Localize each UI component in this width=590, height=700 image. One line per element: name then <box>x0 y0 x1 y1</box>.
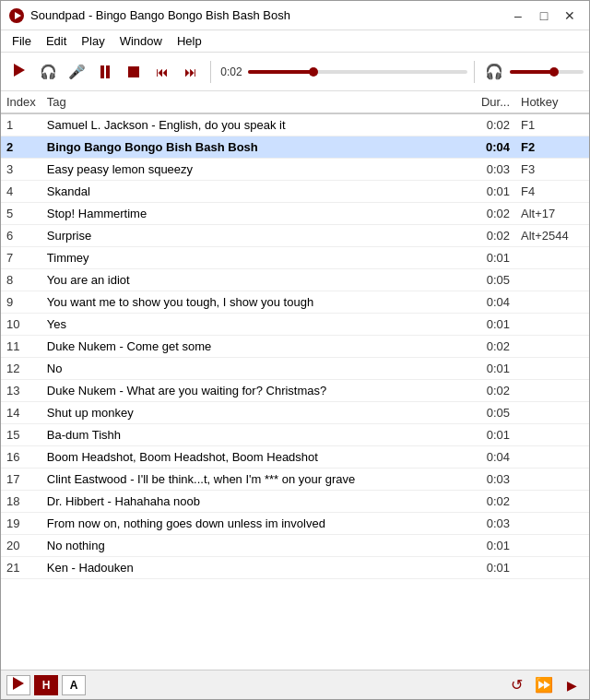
cell-tag: Timmey <box>41 247 460 269</box>
menu-window[interactable]: Window <box>112 32 170 50</box>
toolbar: 🎧 🎤 ⏮ ⏭ 0:02 <box>1 53 589 91</box>
maximize-button[interactable]: □ <box>532 6 556 26</box>
pause-icon <box>100 65 110 78</box>
table-row[interactable]: 10Yes0:01 <box>1 314 589 336</box>
cell-index: 16 <box>1 446 41 469</box>
prev-icon: ⏮ <box>156 65 169 79</box>
cell-hotkey <box>515 491 589 513</box>
prev-button[interactable]: ⏮ <box>149 59 175 85</box>
cell-hotkey: F3 <box>515 159 589 181</box>
playback-time: 0:02 <box>218 65 245 78</box>
table-row[interactable]: 15Ba-dum Tishh0:01 <box>1 424 589 446</box>
table-row[interactable]: 13Duke Nukem - What are you waiting for?… <box>1 380 589 402</box>
cell-index: 8 <box>1 269 41 291</box>
status-a-button[interactable]: A <box>62 675 86 695</box>
table-row[interactable]: 18Dr. Hibbert - Hahahaha noob0:02 <box>1 491 589 513</box>
cell-tag: No <box>41 358 460 380</box>
cell-tag: Samuel L. Jackson - English, do you spea… <box>41 113 460 136</box>
status-play-button[interactable] <box>6 675 30 695</box>
cell-hotkey <box>515 336 589 358</box>
table-row[interactable]: 4Skandal0:01F4 <box>1 181 589 203</box>
menu-edit[interactable]: Edit <box>39 32 74 50</box>
progress-track <box>248 70 467 74</box>
cell-index: 10 <box>1 314 41 336</box>
menu-bar: File Edit Play Window Help <box>1 30 589 53</box>
pause-button[interactable] <box>92 59 118 85</box>
menu-file[interactable]: File <box>5 32 39 50</box>
cell-hotkey <box>515 380 589 402</box>
menu-help[interactable]: Help <box>170 32 209 50</box>
window-title: Soundpad - Bingo Bango Bongo Bish Bash B… <box>30 8 506 22</box>
status-bar: H A ↺ ⏩ ▶ <box>1 670 589 699</box>
table-row[interactable]: 7Timmey0:01 <box>1 247 589 269</box>
stop-button[interactable] <box>121 59 147 85</box>
cell-tag: You are an idiot <box>41 269 460 291</box>
mic-icon: 🎤 <box>68 64 86 80</box>
cell-hotkey: Alt+17 <box>515 203 589 225</box>
table-row[interactable]: 16Boom Headshot, Boom Headshot, Boom Hea… <box>1 446 589 469</box>
cell-duration: 0:01 <box>460 557 515 579</box>
table-row[interactable]: 5Stop! Hammertime0:02Alt+17 <box>1 203 589 225</box>
table-row[interactable]: 11Duke Nukem - Come get some0:02 <box>1 336 589 358</box>
cell-duration: 0:02 <box>460 336 515 358</box>
cell-index: 11 <box>1 336 41 358</box>
header-hotkey: Hotkey <box>515 91 589 113</box>
cell-tag: Stop! Hammertime <box>41 203 460 225</box>
cell-hotkey <box>515 424 589 446</box>
cell-index: 6 <box>1 225 41 247</box>
cell-hotkey <box>515 402 589 424</box>
window-controls: – □ ✕ <box>506 6 582 26</box>
menu-play[interactable]: Play <box>74 32 112 50</box>
mic-button[interactable]: 🎤 <box>64 59 89 85</box>
cell-index: 13 <box>1 380 41 402</box>
cell-index: 17 <box>1 469 41 491</box>
cell-duration: 0:01 <box>460 181 515 203</box>
cell-hotkey <box>515 513 589 535</box>
cell-index: 12 <box>1 358 41 380</box>
cell-tag: No nothing <box>41 535 460 557</box>
status-send-button[interactable]: ▶ <box>560 675 584 695</box>
close-button[interactable]: ✕ <box>558 6 582 26</box>
progress-thumb <box>309 67 318 77</box>
headphone-button[interactable]: 🎧 <box>35 59 61 85</box>
table-row[interactable]: 9You want me to show you tough, I show y… <box>1 291 589 314</box>
status-replay-button[interactable]: ↺ <box>504 675 528 695</box>
table-row[interactable]: 21Ken - Hadouken0:01 <box>1 557 589 579</box>
table-row[interactable]: 14Shut up monkey0:05 <box>1 402 589 424</box>
progress-fill <box>248 70 313 74</box>
cell-hotkey <box>515 358 589 380</box>
sound-list-container[interactable]: Index Tag Dur... Hotkey 1Samuel L. Jacks… <box>1 91 589 670</box>
cell-duration: 0:01 <box>460 535 515 557</box>
next-button[interactable]: ⏭ <box>178 59 204 85</box>
table-row[interactable]: 2Bingo Bango Bongo Bish Bash Bosh0:04F2 <box>1 136 589 159</box>
minimize-button[interactable]: – <box>506 6 530 26</box>
cell-tag: Bingo Bango Bongo Bish Bash Bosh <box>41 136 460 159</box>
cell-hotkey <box>515 446 589 469</box>
status-skip-button[interactable]: ⏩ <box>532 675 556 695</box>
progress-slider[interactable] <box>248 63 467 81</box>
status-right-controls: ↺ ⏩ ▶ <box>504 675 584 695</box>
volume-slider[interactable] <box>510 63 584 81</box>
cell-index: 1 <box>1 113 41 136</box>
title-bar: Soundpad - Bingo Bango Bongo Bish Bash B… <box>1 1 589 30</box>
table-row[interactable]: 19From now on, nothing goes down unless … <box>1 513 589 535</box>
table-row[interactable]: 3Easy peasy lemon squeezy0:03F3 <box>1 159 589 181</box>
cell-hotkey <box>515 535 589 557</box>
cell-index: 4 <box>1 181 41 203</box>
table-row[interactable]: 6Surprise0:02Alt+2544 <box>1 225 589 247</box>
play-button[interactable] <box>6 59 32 85</box>
table-row[interactable]: 1Samuel L. Jackson - English, do you spe… <box>1 113 589 136</box>
header-tag: Tag <box>41 91 460 113</box>
table-row[interactable]: 20No nothing0:01 <box>1 535 589 557</box>
cell-hotkey: F4 <box>515 181 589 203</box>
table-row[interactable]: 12No0:01 <box>1 358 589 380</box>
table-row[interactable]: 8You are an idiot0:05 <box>1 269 589 291</box>
table-row[interactable]: 17Clint Eastwood - I'll be think...t, wh… <box>1 469 589 491</box>
cell-duration: 0:04 <box>460 136 515 159</box>
cell-hotkey <box>515 269 589 291</box>
status-play-icon <box>13 677 24 693</box>
cell-hotkey: F2 <box>515 136 589 159</box>
status-h-button[interactable]: H <box>34 675 58 695</box>
cell-duration: 0:01 <box>460 358 515 380</box>
status-skip-icon: ⏩ <box>535 676 553 694</box>
